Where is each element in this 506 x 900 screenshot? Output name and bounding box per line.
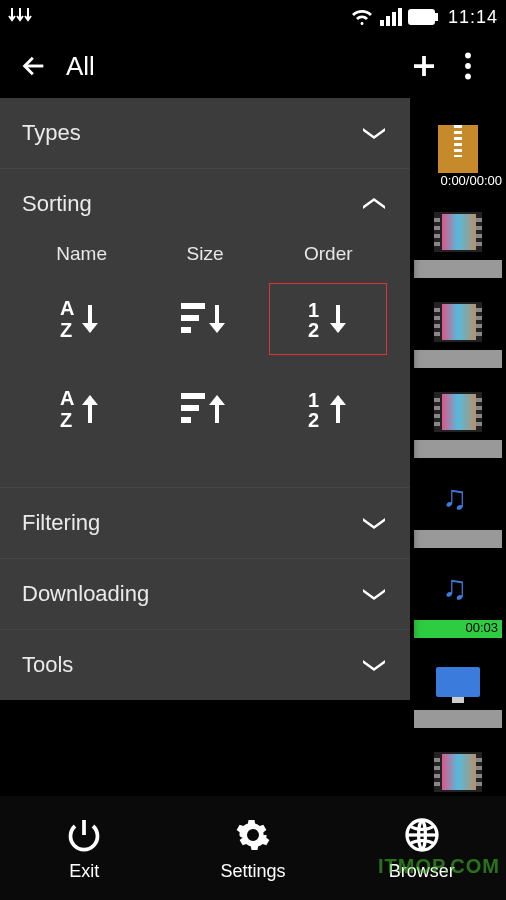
menu-tools-label: Tools [22,652,360,678]
film-icon [430,208,486,256]
chevron-up-icon [360,190,388,218]
item-time: 0:00/00:00 [414,173,502,188]
nav-exit-label: Exit [69,861,99,882]
chevron-down-icon [360,119,388,147]
sort-order-asc[interactable]: 1 2 [269,373,387,445]
svg-rect-21 [181,417,191,423]
svg-text:Z: Z [60,319,72,341]
chevron-down-icon [360,509,388,537]
svg-text:2: 2 [308,409,319,431]
download-indicator-icon [8,6,32,28]
svg-point-7 [465,53,471,59]
monitor-icon [430,658,486,706]
note-icon [430,478,486,526]
sort-size-asc[interactable] [146,373,264,445]
status-time: 11:14 [448,7,498,28]
note-icon [430,568,486,616]
list-item[interactable]: 0:00/00:00 [410,98,506,188]
svg-point-24 [249,830,258,839]
svg-text:1: 1 [308,389,319,411]
progress-bar [414,530,502,548]
item-time: 00:03 [465,620,498,635]
sort-col-size: Size [150,243,260,265]
nav-settings[interactable]: Settings [169,796,338,900]
list-item[interactable] [410,638,506,728]
svg-rect-19 [181,393,205,399]
status-bar: 11:14 [0,0,506,34]
svg-rect-13 [181,315,199,321]
svg-rect-0 [380,20,384,26]
nav-exit[interactable]: Exit [0,796,169,900]
svg-rect-14 [181,327,191,333]
list-item[interactable]: 00:03 [410,548,506,638]
zip-icon [430,125,486,173]
signal-icon [380,8,402,26]
svg-text:1: 1 [308,299,319,321]
back-button[interactable] [16,48,52,84]
film-icon [430,298,486,346]
menu-types-label: Types [22,120,360,146]
wifi-icon [350,8,374,26]
page-title: All [66,51,402,82]
overflow-menu-button[interactable] [446,44,490,88]
list-item[interactable] [410,368,506,458]
nav-settings-label: Settings [220,861,285,882]
svg-rect-2 [392,12,396,26]
svg-text:A: A [60,297,74,319]
sort-order-desc[interactable]: 1 2 [269,283,387,355]
bottom-nav: Exit Settings Browser [0,796,506,900]
svg-rect-12 [181,303,205,309]
svg-rect-1 [386,16,390,26]
sort-size-desc[interactable] [146,283,264,355]
svg-point-8 [465,63,471,69]
globe-icon [402,815,442,855]
sort-name-asc[interactable]: A Z [23,373,141,445]
menu-sorting[interactable]: Sorting [0,169,410,239]
power-icon [64,815,104,855]
progress-bar [414,350,502,368]
svg-text:2: 2 [308,319,319,341]
menu-filtering-label: Filtering [22,510,360,536]
app-bar: All [0,34,506,98]
sorting-options: Name Size Order A Z [0,243,410,487]
menu-tools[interactable]: Tools [0,630,410,700]
add-button[interactable] [402,44,446,88]
battery-icon [408,9,438,25]
svg-rect-5 [411,12,432,22]
list-item[interactable] [410,458,506,548]
list-item[interactable] [410,188,506,278]
menu-panel: Types Sorting Name Size Order [0,98,410,700]
menu-types[interactable]: Types [0,98,410,168]
progress-bar [414,440,502,458]
svg-text:A: A [60,387,74,409]
menu-downloading[interactable]: Downloading [0,559,410,629]
sort-col-order: Order [273,243,383,265]
film-icon [430,748,486,796]
download-list: 0:00/00:0000:0300:08 [410,98,506,796]
progress-bar [414,710,502,728]
gear-icon [233,815,273,855]
menu-downloading-label: Downloading [22,581,360,607]
sort-name-desc[interactable]: A Z [23,283,141,355]
progress-bar [414,260,502,278]
svg-text:Z: Z [60,409,72,431]
sort-col-name: Name [27,243,137,265]
svg-rect-6 [435,14,437,20]
progress-bar: 00:03 [414,620,502,638]
menu-filtering[interactable]: Filtering [0,488,410,558]
nav-browser[interactable]: Browser [337,796,506,900]
svg-rect-20 [181,405,199,411]
film-icon [430,388,486,436]
list-item[interactable] [410,278,506,368]
svg-rect-3 [398,8,402,26]
chevron-down-icon [360,580,388,608]
chevron-down-icon [360,651,388,679]
menu-sorting-label: Sorting [22,191,360,217]
watermark: ITMOP.COM [378,855,500,878]
svg-point-9 [465,74,471,80]
